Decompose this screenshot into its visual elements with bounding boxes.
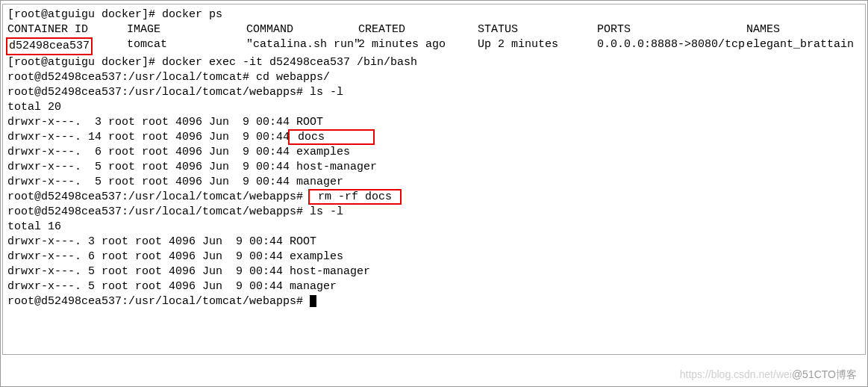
col-container-id: CONTAINER ID — [7, 22, 127, 37]
terminal-line: root@d52498cea537:/usr/local/tomcat/weba… — [7, 85, 861, 100]
highlight-box: docs — [288, 129, 375, 145]
command-text: cd webapps/ — [256, 71, 330, 84]
ls-row: drwxr-x---. 5 root root 4096 Jun 9 00:44… — [7, 175, 861, 190]
ls-row: drwxr-x---. 5 root root 4096 Jun 9 00:44… — [7, 264, 861, 279]
cell-image: tomcat — [127, 37, 246, 55]
cursor-icon — [310, 295, 316, 307]
shell-prompt: [root@atguigu docker]# — [7, 56, 162, 69]
command-text: docker exec -it d52498cea537 /bin/bash — [162, 56, 417, 69]
ls-row: drwxr-x---. 5 root root 4096 Jun 9 00:44… — [7, 160, 861, 175]
ls-total: total 20 — [7, 100, 861, 115]
docker-ps-row: d52498cea537 tomcat "catalina.sh run" 2 … — [7, 37, 861, 55]
highlight-box: rm -rf docs — [308, 189, 402, 205]
cell-container-id: d52498cea537 — [7, 37, 127, 55]
ls-output: drwxr-x---. 3 root root 4096 Jun 9 00:44… — [7, 115, 861, 190]
terminal-line: root@d52498cea537:/usr/local/tomcat/weba… — [7, 205, 861, 220]
ls-row: drwxr-x---. 6 root root 4096 Jun 9 00:44… — [7, 250, 861, 264]
shell-prompt: root@d52498cea537:/usr/local/tomcat/weba… — [7, 205, 310, 218]
ls-row: drwxr-x---. 3 root root 4096 Jun 9 00:44… — [7, 115, 861, 130]
col-command: COMMAND — [246, 22, 358, 37]
docker-ps-header: CONTAINER ID IMAGE COMMAND CREATED STATU… — [7, 22, 861, 37]
watermark: https://blog.csdn.net/wei@51CTO博客 — [680, 367, 857, 382]
terminal-line: [root@atguigu docker]# docker exec -it d… — [7, 55, 861, 70]
highlight-box: d52498cea537 — [6, 37, 93, 55]
shell-prompt: root@d52498cea537:/usr/local/tomcat/weba… — [7, 191, 310, 203]
shell-prompt: root@d52498cea537:/usr/local/tomcat/weba… — [7, 86, 310, 99]
command-text: ls -l — [310, 86, 343, 99]
ls-row: drwxr-x---. 14 root root 4096 Jun 9 00:4… — [7, 130, 861, 145]
ls-total: total 16 — [7, 220, 861, 235]
command-text: ls -l — [310, 205, 343, 218]
terminal-line: root@d52498cea537:/usr/local/tomcat/weba… — [7, 294, 861, 309]
watermark-site: https://blog.csdn.net/wei — [680, 368, 792, 380]
col-created: CREATED — [358, 22, 478, 37]
ls-row: drwxr-x---. 6 root root 4096 Jun 9 00:44… — [7, 145, 861, 160]
ls-row-meta: drwxr-x---. 14 root root 4096 Jun 9 00:4… — [7, 131, 290, 143]
terminal-line: [root@atguigu docker]# docker ps — [7, 7, 861, 22]
col-image: IMAGE — [127, 22, 246, 37]
terminal-line: root@d52498cea537:/usr/local/tomcat/weba… — [7, 190, 861, 205]
ls-row: drwxr-x---. 3 root root 4096 Jun 9 00:44… — [7, 235, 861, 250]
col-status: STATUS — [478, 22, 597, 37]
col-names: NAMES — [746, 22, 858, 37]
shell-prompt: root@d52498cea537:/usr/local/tomcat/weba… — [7, 295, 310, 308]
command-text: docker ps — [162, 8, 222, 21]
watermark-author: @51CTO博客 — [792, 368, 857, 380]
shell-prompt: [root@atguigu docker]# — [7, 8, 162, 21]
terminal-window[interactable]: [root@atguigu docker]# docker ps CONTAIN… — [2, 4, 866, 355]
ls-output: drwxr-x---. 3 root root 4096 Jun 9 00:44… — [7, 235, 861, 294]
ls-row: drwxr-x---. 5 root root 4096 Jun 9 00:44… — [7, 279, 861, 294]
col-ports: PORTS — [597, 22, 746, 37]
cell-ports: 0.0.0.0:8888->8080/tcp — [597, 37, 746, 55]
cell-command: "catalina.sh run" — [246, 37, 358, 55]
terminal-line: root@d52498cea537:/usr/local/tomcat# cd … — [7, 70, 861, 85]
cell-created: 2 minutes ago — [358, 37, 478, 55]
cell-status: Up 2 minutes — [478, 37, 597, 55]
cell-names: elegant_brattain — [746, 37, 858, 55]
shell-prompt: root@d52498cea537:/usr/local/tomcat# — [7, 71, 256, 84]
